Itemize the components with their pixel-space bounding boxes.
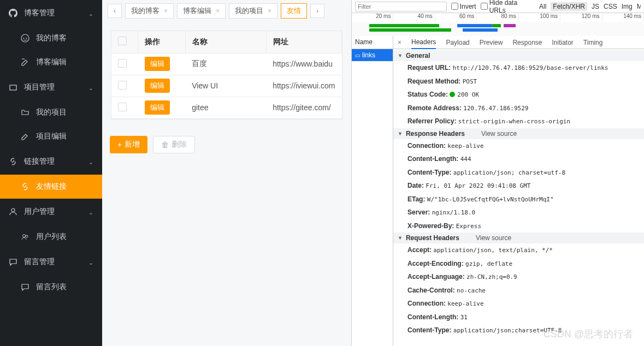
- filter-type-all[interactable]: All: [539, 3, 546, 10]
- tab-blog-edit[interactable]: 博客编辑×: [177, 3, 226, 19]
- section-response-headers[interactable]: ▼Response HeadersView source: [393, 128, 644, 139]
- sidebar-item-my-project[interactable]: 我的项目: [0, 100, 102, 124]
- detail-tab-preview[interactable]: Preview: [480, 37, 503, 49]
- header-kv: Request Method: POST: [393, 75, 644, 88]
- view-source-link[interactable]: View source: [481, 130, 517, 138]
- header-kv: Status Code: 200 OK: [393, 88, 644, 102]
- trash-icon: 🗑: [161, 140, 169, 149]
- header-kv: Connection: keep-alive: [393, 139, 644, 153]
- filter-type-fetchxhr[interactable]: Fetch/XHR: [551, 2, 587, 11]
- sidebar-item-project-edit[interactable]: 项目编辑: [0, 124, 102, 148]
- tab-close-icon[interactable]: ×: [164, 7, 168, 15]
- svg-point-2: [26, 38, 27, 39]
- svg-point-5: [23, 235, 26, 237]
- menu-group-comment[interactable]: 留言管理 ⌃: [0, 249, 102, 275]
- sidebar-item-label: 我的项目: [36, 108, 67, 117]
- header-value: Fri, 01 Apr 2022 09:41:08 GMT: [426, 182, 530, 189]
- tab-friend-link[interactable]: 友情: [281, 3, 307, 19]
- sidebar-item-label: 项目编辑: [36, 132, 67, 141]
- menu-group-user[interactable]: 用户管理 ⌃: [0, 199, 102, 225]
- request-row-links[interactable]: ▭ links: [352, 49, 393, 61]
- checkbox-all[interactable]: [118, 37, 127, 45]
- header-key: Request URL:: [407, 64, 451, 71]
- delete-label: 删除: [172, 140, 187, 150]
- header-key: Server:: [407, 208, 430, 216]
- filter-type-img[interactable]: Img: [622, 3, 633, 10]
- sidebar-item-friend-link[interactable]: 友情链接: [0, 175, 102, 199]
- request-detail: × HeadersPayloadPreviewResponseInitiator…: [393, 36, 644, 346]
- devtools-filter-bar: Invert Hide data URLs AllFetch/XHRJSCSSI…: [352, 0, 644, 13]
- tabs-prev-button[interactable]: ‹: [108, 4, 122, 18]
- detail-tab-initiator[interactable]: Initiator: [552, 37, 573, 49]
- header-value: keep-alive: [447, 300, 483, 307]
- row-checkbox[interactable]: [118, 103, 127, 111]
- header-value: Express: [456, 223, 481, 230]
- header-key: Cache-Control:: [407, 287, 455, 294]
- detail-tab-timing[interactable]: Timing: [583, 37, 603, 49]
- header-key: Connection:: [407, 300, 446, 307]
- chevron-up-icon: ⌃: [88, 259, 93, 266]
- edit-button[interactable]: 编辑: [145, 100, 170, 115]
- timeline[interactable]: 20 ms40 ms60 ms80 ms100 ms120 ms140 ms: [352, 13, 644, 36]
- sidebar-item-label: 用户列表: [36, 232, 67, 242]
- invert-checkbox[interactable]: Invert: [451, 3, 476, 10]
- users-icon: [21, 232, 31, 241]
- chevron-up-icon: ⌃: [88, 10, 93, 17]
- tab-my-project[interactable]: 我的项目×: [229, 3, 277, 19]
- chevron-up-icon: ⌃: [88, 208, 93, 216]
- header-kv: Content-Length: 31: [393, 311, 644, 324]
- header-value: POST: [463, 78, 477, 85]
- add-button[interactable]: +新增: [110, 136, 147, 153]
- th-name: 名称: [185, 31, 266, 53]
- header-key: Accept-Encoding:: [407, 260, 464, 267]
- user-icon: [9, 207, 19, 216]
- filter-input[interactable]: [355, 2, 447, 11]
- header-kv: Content-Type: application/json; charset=…: [393, 166, 644, 180]
- edit-button[interactable]: 编辑: [145, 79, 170, 93]
- edit-button[interactable]: 编辑: [145, 57, 170, 71]
- close-icon[interactable]: ×: [398, 39, 401, 46]
- detail-tab-response[interactable]: Response: [512, 37, 542, 49]
- header-key: ETag:: [407, 195, 425, 203]
- sidebar-item-my-blog[interactable]: 我的博客: [0, 26, 102, 50]
- cell-url: https://www.baidu: [266, 53, 341, 75]
- delete-button[interactable]: 🗑删除: [153, 136, 195, 153]
- header-kv: Accept-Language: zh-CN,zh;q=0.9: [393, 270, 644, 284]
- sidebar-item-user-list[interactable]: 用户列表: [0, 225, 102, 249]
- detail-tab-headers[interactable]: Headers: [411, 36, 436, 49]
- header-kv: X-Powered-By: Express: [393, 219, 644, 233]
- menu-group-blog[interactable]: 博客管理 ⌃: [0, 0, 102, 26]
- filter-type-css[interactable]: CSS: [604, 3, 617, 10]
- edit-icon: [21, 132, 31, 141]
- tab-my-blog[interactable]: 我的博客×: [125, 3, 174, 19]
- header-kv: Cache-Control: no-cache: [393, 284, 644, 297]
- filter-type-js[interactable]: JS: [592, 3, 599, 10]
- header-key: Accept:: [407, 246, 432, 254]
- menu-group-project[interactable]: 项目管理 ⌃: [0, 74, 102, 100]
- row-checkbox[interactable]: [118, 81, 127, 90]
- waterfall-bar: [504, 24, 515, 27]
- sidebar: 博客管理 ⌃ 我的博客 博客编辑 项目管理 ⌃ 我的项目 项目编辑 链接管理 ⌃: [0, 0, 102, 346]
- section-request-headers[interactable]: ▼Request HeadersView source: [393, 232, 644, 243]
- sidebar-item-blog-edit[interactable]: 博客编辑: [0, 50, 102, 74]
- detail-tab-payload[interactable]: Payload: [446, 37, 469, 49]
- timeline-tick: 100 ms: [519, 13, 560, 22]
- menu-group-label: 博客管理: [24, 8, 55, 18]
- tab-close-icon[interactable]: ×: [216, 7, 220, 15]
- menu-group-link[interactable]: 链接管理 ⌃: [0, 148, 102, 175]
- menu-group-label: 链接管理: [24, 157, 55, 166]
- link-table: 操作 名称 网址 编辑百度https://www.baidu编辑View UIh…: [111, 31, 342, 119]
- sidebar-item-comment-list[interactable]: 留言列表: [0, 275, 102, 299]
- tabs-next-button[interactable]: ›: [310, 4, 324, 18]
- row-checkbox[interactable]: [118, 59, 127, 68]
- header-value: 120.76.47.186:9529: [463, 105, 528, 112]
- table-panel: 操作 名称 网址 编辑百度https://www.baidu编辑View UIh…: [111, 31, 342, 120]
- section-general[interactable]: ▼General: [393, 50, 644, 61]
- timeline-tick: 140 ms: [602, 13, 644, 22]
- tab-close-icon[interactable]: ×: [268, 7, 271, 15]
- headers-sections[interactable]: ▼General Request URL: http://120.76.47.1…: [393, 49, 644, 346]
- filter-types: AllFetch/XHRJSCSSImgM: [539, 2, 641, 11]
- hide-data-urls-checkbox[interactable]: Hide data URLs: [481, 0, 535, 14]
- view-source-link[interactable]: View source: [476, 234, 511, 242]
- filter-type-m[interactable]: M: [637, 3, 641, 10]
